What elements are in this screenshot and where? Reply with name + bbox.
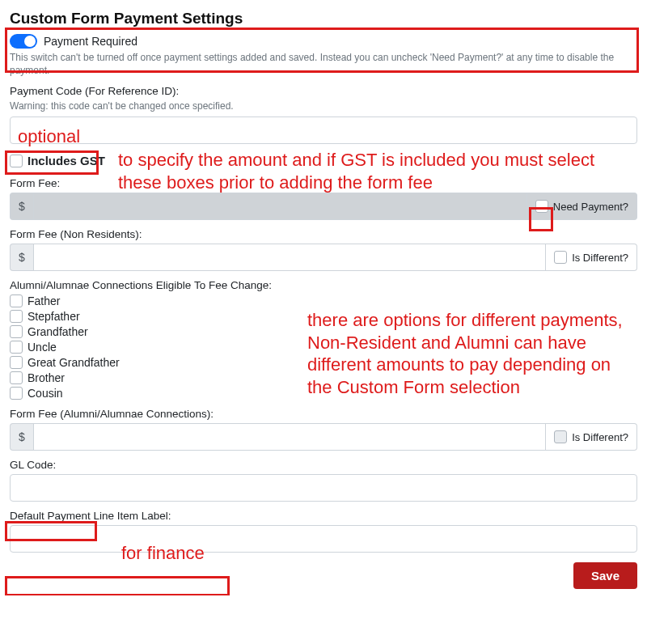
is-different-nonres-label: Is Different? bbox=[572, 252, 628, 264]
form-fee-nonres-section: Form Fee (Non Residents): $ Is Different… bbox=[10, 228, 637, 271]
need-payment-checkbox[interactable] bbox=[535, 200, 548, 213]
includes-gst-checkbox[interactable] bbox=[10, 155, 23, 167]
line-item-label: Default Payment Line Item Label: bbox=[10, 510, 637, 522]
connection-label: Grandfather bbox=[27, 325, 88, 338]
need-payment-suffix: Need Payment? bbox=[527, 193, 637, 220]
connections-section: Alumni/Alumnae Connections Eligible To F… bbox=[10, 279, 637, 400]
connection-row: Father bbox=[10, 294, 637, 307]
payment-code-label: Payment Code (For Reference ID): bbox=[10, 85, 637, 97]
form-fee-alumni-section: Form Fee (Alumni/Alumnae Connections): $… bbox=[10, 408, 637, 451]
form-fee-alumni-label: Form Fee (Alumni/Alumnae Connections): bbox=[10, 408, 637, 420]
connection-checkbox[interactable] bbox=[10, 325, 23, 338]
currency-prefix-alumni: $ bbox=[10, 423, 33, 451]
connection-checkbox[interactable] bbox=[10, 387, 23, 400]
is-different-alumni-label: Is Different? bbox=[572, 431, 628, 443]
connection-row: Uncle bbox=[10, 341, 637, 354]
payment-required-toggle[interactable] bbox=[10, 34, 37, 49]
connection-row: Great Grandfather bbox=[10, 356, 637, 369]
is-different-alumni-checkbox[interactable] bbox=[554, 430, 567, 443]
connection-row: Grandfather bbox=[10, 325, 637, 338]
connection-label: Stepfather bbox=[27, 310, 80, 323]
is-different-alumni-suffix: Is Different? bbox=[546, 423, 637, 451]
includes-gst-row: Includes GST bbox=[10, 154, 637, 167]
connection-label: Great Grandfather bbox=[27, 356, 120, 369]
connection-checkbox[interactable] bbox=[10, 356, 23, 369]
form-fee-input[interactable] bbox=[33, 193, 527, 220]
connection-row: Stepfather bbox=[10, 310, 637, 323]
gl-code-label: GL Code: bbox=[10, 459, 637, 471]
connections-label: Alumni/Alumnae Connections Eligible To F… bbox=[10, 279, 637, 291]
connection-checkbox[interactable] bbox=[10, 371, 23, 384]
includes-gst-label: Includes GST bbox=[27, 154, 105, 167]
form-fee-alumni-input[interactable] bbox=[33, 423, 546, 451]
currency-prefix-nonres: $ bbox=[10, 244, 33, 271]
is-different-nonres-suffix: Is Different? bbox=[546, 244, 637, 271]
currency-prefix: $ bbox=[10, 193, 33, 220]
form-fee-label: Form Fee: bbox=[10, 177, 637, 189]
payment-code-warning: Warning: this code can't be changed once… bbox=[10, 100, 637, 112]
need-payment-label: Need Payment? bbox=[553, 201, 628, 213]
payment-code-input[interactable] bbox=[10, 117, 637, 144]
is-different-nonres-checkbox[interactable] bbox=[554, 251, 567, 264]
save-button[interactable]: Save bbox=[573, 562, 637, 589]
connection-checkbox[interactable] bbox=[10, 341, 23, 354]
connection-checkbox[interactable] bbox=[10, 310, 23, 323]
connection-label: Cousin bbox=[27, 387, 63, 400]
payment-required-section: Payment Required This switch can't be tu… bbox=[10, 34, 637, 77]
line-item-section: Default Payment Line Item Label: bbox=[10, 510, 637, 553]
connection-label: Uncle bbox=[27, 341, 57, 354]
line-item-input[interactable] bbox=[10, 525, 637, 553]
payment-code-section: Payment Code (For Reference ID): Warning… bbox=[10, 85, 637, 144]
annotation-box-line-item bbox=[5, 576, 230, 595]
gl-code-section: GL Code: bbox=[10, 459, 637, 502]
form-fee-section: Form Fee: $ Need Payment? bbox=[10, 177, 637, 220]
page-title: Custom Form Payment Settings bbox=[10, 10, 637, 28]
form-fee-nonres-input[interactable] bbox=[33, 244, 546, 271]
connection-label: Brother bbox=[27, 371, 65, 384]
payment-required-label: Payment Required bbox=[44, 35, 137, 48]
gl-code-input[interactable] bbox=[10, 474, 637, 502]
connection-label: Father bbox=[27, 294, 60, 307]
form-fee-nonres-label: Form Fee (Non Residents): bbox=[10, 228, 637, 240]
connection-row: Brother bbox=[10, 371, 637, 384]
connection-row: Cousin bbox=[10, 387, 637, 400]
payment-required-help: This switch can't be turned off once pay… bbox=[10, 52, 637, 77]
connection-checkbox[interactable] bbox=[10, 294, 23, 307]
